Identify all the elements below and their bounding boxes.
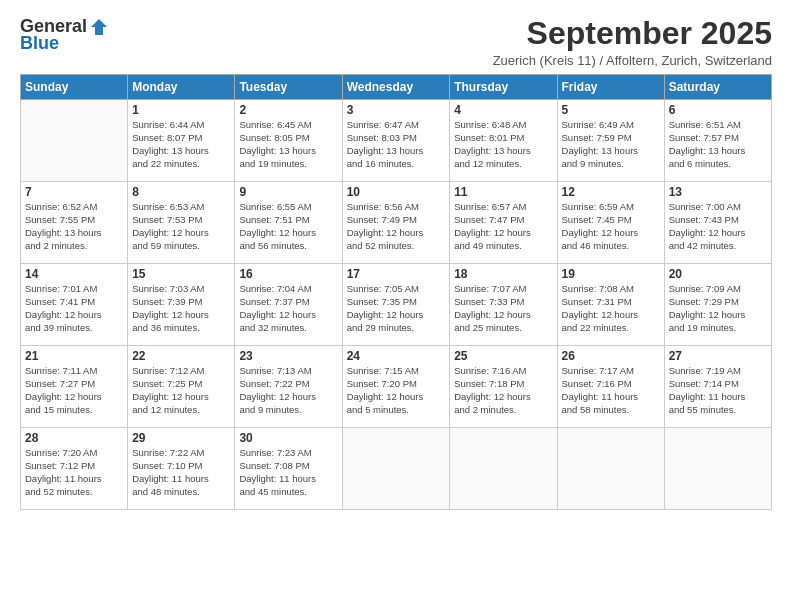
day-info: Sunrise: 7:12 AM Sunset: 7:25 PM Dayligh… (132, 365, 230, 416)
calendar-week-row: 28Sunrise: 7:20 AM Sunset: 7:12 PM Dayli… (21, 428, 772, 510)
day-info: Sunrise: 7:17 AM Sunset: 7:16 PM Dayligh… (562, 365, 660, 416)
day-info: Sunrise: 6:49 AM Sunset: 7:59 PM Dayligh… (562, 119, 660, 170)
day-number: 6 (669, 103, 767, 117)
day-info: Sunrise: 7:11 AM Sunset: 7:27 PM Dayligh… (25, 365, 123, 416)
table-row (450, 428, 557, 510)
table-row: 17Sunrise: 7:05 AM Sunset: 7:35 PM Dayli… (342, 264, 450, 346)
day-info: Sunrise: 7:15 AM Sunset: 7:20 PM Dayligh… (347, 365, 446, 416)
day-info: Sunrise: 6:55 AM Sunset: 7:51 PM Dayligh… (239, 201, 337, 252)
table-row: 20Sunrise: 7:09 AM Sunset: 7:29 PM Dayli… (664, 264, 771, 346)
table-row: 19Sunrise: 7:08 AM Sunset: 7:31 PM Dayli… (557, 264, 664, 346)
table-row: 4Sunrise: 6:48 AM Sunset: 8:01 PM Daylig… (450, 100, 557, 182)
day-info: Sunrise: 7:01 AM Sunset: 7:41 PM Dayligh… (25, 283, 123, 334)
day-number: 19 (562, 267, 660, 281)
calendar-header-row: Sunday Monday Tuesday Wednesday Thursday… (21, 75, 772, 100)
table-row: 30Sunrise: 7:23 AM Sunset: 7:08 PM Dayli… (235, 428, 342, 510)
table-row: 24Sunrise: 7:15 AM Sunset: 7:20 PM Dayli… (342, 346, 450, 428)
table-row: 15Sunrise: 7:03 AM Sunset: 7:39 PM Dayli… (128, 264, 235, 346)
table-row: 7Sunrise: 6:52 AM Sunset: 7:55 PM Daylig… (21, 182, 128, 264)
month-title: September 2025 (493, 16, 772, 51)
table-row: 25Sunrise: 7:16 AM Sunset: 7:18 PM Dayli… (450, 346, 557, 428)
table-row: 12Sunrise: 6:59 AM Sunset: 7:45 PM Dayli… (557, 182, 664, 264)
day-number: 17 (347, 267, 446, 281)
day-number: 26 (562, 349, 660, 363)
day-info: Sunrise: 7:22 AM Sunset: 7:10 PM Dayligh… (132, 447, 230, 498)
day-number: 22 (132, 349, 230, 363)
logo-blue-text: Blue (20, 33, 59, 54)
table-row: 2Sunrise: 6:45 AM Sunset: 8:05 PM Daylig… (235, 100, 342, 182)
table-row: 29Sunrise: 7:22 AM Sunset: 7:10 PM Dayli… (128, 428, 235, 510)
day-info: Sunrise: 6:56 AM Sunset: 7:49 PM Dayligh… (347, 201, 446, 252)
day-number: 29 (132, 431, 230, 445)
day-info: Sunrise: 7:05 AM Sunset: 7:35 PM Dayligh… (347, 283, 446, 334)
day-info: Sunrise: 7:13 AM Sunset: 7:22 PM Dayligh… (239, 365, 337, 416)
logo-icon (89, 17, 109, 37)
table-row: 9Sunrise: 6:55 AM Sunset: 7:51 PM Daylig… (235, 182, 342, 264)
day-info: Sunrise: 6:47 AM Sunset: 8:03 PM Dayligh… (347, 119, 446, 170)
day-info: Sunrise: 7:20 AM Sunset: 7:12 PM Dayligh… (25, 447, 123, 498)
day-number: 30 (239, 431, 337, 445)
col-monday: Monday (128, 75, 235, 100)
calendar-week-row: 21Sunrise: 7:11 AM Sunset: 7:27 PM Dayli… (21, 346, 772, 428)
day-info: Sunrise: 7:09 AM Sunset: 7:29 PM Dayligh… (669, 283, 767, 334)
day-number: 16 (239, 267, 337, 281)
logo: General Blue (20, 16, 109, 54)
col-sunday: Sunday (21, 75, 128, 100)
table-row: 28Sunrise: 7:20 AM Sunset: 7:12 PM Dayli… (21, 428, 128, 510)
table-row (557, 428, 664, 510)
day-number: 13 (669, 185, 767, 199)
day-number: 27 (669, 349, 767, 363)
table-row: 16Sunrise: 7:04 AM Sunset: 7:37 PM Dayli… (235, 264, 342, 346)
day-info: Sunrise: 6:53 AM Sunset: 7:53 PM Dayligh… (132, 201, 230, 252)
day-info: Sunrise: 6:57 AM Sunset: 7:47 PM Dayligh… (454, 201, 552, 252)
day-number: 4 (454, 103, 552, 117)
col-friday: Friday (557, 75, 664, 100)
table-row: 23Sunrise: 7:13 AM Sunset: 7:22 PM Dayli… (235, 346, 342, 428)
day-number: 14 (25, 267, 123, 281)
day-info: Sunrise: 6:51 AM Sunset: 7:57 PM Dayligh… (669, 119, 767, 170)
title-block: September 2025 Zuerich (Kreis 11) / Affo… (493, 16, 772, 68)
day-number: 25 (454, 349, 552, 363)
calendar-week-row: 14Sunrise: 7:01 AM Sunset: 7:41 PM Dayli… (21, 264, 772, 346)
day-info: Sunrise: 7:16 AM Sunset: 7:18 PM Dayligh… (454, 365, 552, 416)
day-number: 18 (454, 267, 552, 281)
day-number: 1 (132, 103, 230, 117)
day-number: 12 (562, 185, 660, 199)
day-info: Sunrise: 7:04 AM Sunset: 7:37 PM Dayligh… (239, 283, 337, 334)
col-wednesday: Wednesday (342, 75, 450, 100)
location-subtitle: Zuerich (Kreis 11) / Affoltern, Zurich, … (493, 53, 772, 68)
day-info: Sunrise: 6:45 AM Sunset: 8:05 PM Dayligh… (239, 119, 337, 170)
table-row: 18Sunrise: 7:07 AM Sunset: 7:33 PM Dayli… (450, 264, 557, 346)
table-row: 26Sunrise: 7:17 AM Sunset: 7:16 PM Dayli… (557, 346, 664, 428)
table-row: 1Sunrise: 6:44 AM Sunset: 8:07 PM Daylig… (128, 100, 235, 182)
calendar-table: Sunday Monday Tuesday Wednesday Thursday… (20, 74, 772, 510)
day-number: 8 (132, 185, 230, 199)
day-number: 28 (25, 431, 123, 445)
day-number: 7 (25, 185, 123, 199)
calendar-week-row: 7Sunrise: 6:52 AM Sunset: 7:55 PM Daylig… (21, 182, 772, 264)
day-info: Sunrise: 7:00 AM Sunset: 7:43 PM Dayligh… (669, 201, 767, 252)
calendar-week-row: 1Sunrise: 6:44 AM Sunset: 8:07 PM Daylig… (21, 100, 772, 182)
table-row: 11Sunrise: 6:57 AM Sunset: 7:47 PM Dayli… (450, 182, 557, 264)
day-info: Sunrise: 7:03 AM Sunset: 7:39 PM Dayligh… (132, 283, 230, 334)
day-info: Sunrise: 6:59 AM Sunset: 7:45 PM Dayligh… (562, 201, 660, 252)
table-row: 21Sunrise: 7:11 AM Sunset: 7:27 PM Dayli… (21, 346, 128, 428)
day-number: 21 (25, 349, 123, 363)
table-row: 3Sunrise: 6:47 AM Sunset: 8:03 PM Daylig… (342, 100, 450, 182)
col-thursday: Thursday (450, 75, 557, 100)
day-number: 24 (347, 349, 446, 363)
day-info: Sunrise: 6:44 AM Sunset: 8:07 PM Dayligh… (132, 119, 230, 170)
day-number: 10 (347, 185, 446, 199)
table-row (21, 100, 128, 182)
day-info: Sunrise: 6:52 AM Sunset: 7:55 PM Dayligh… (25, 201, 123, 252)
table-row: 22Sunrise: 7:12 AM Sunset: 7:25 PM Dayli… (128, 346, 235, 428)
page-header: General Blue September 2025 Zuerich (Kre… (20, 16, 772, 68)
day-number: 5 (562, 103, 660, 117)
day-info: Sunrise: 7:07 AM Sunset: 7:33 PM Dayligh… (454, 283, 552, 334)
day-info: Sunrise: 7:23 AM Sunset: 7:08 PM Dayligh… (239, 447, 337, 498)
table-row (342, 428, 450, 510)
col-tuesday: Tuesday (235, 75, 342, 100)
table-row: 27Sunrise: 7:19 AM Sunset: 7:14 PM Dayli… (664, 346, 771, 428)
day-number: 2 (239, 103, 337, 117)
table-row: 8Sunrise: 6:53 AM Sunset: 7:53 PM Daylig… (128, 182, 235, 264)
